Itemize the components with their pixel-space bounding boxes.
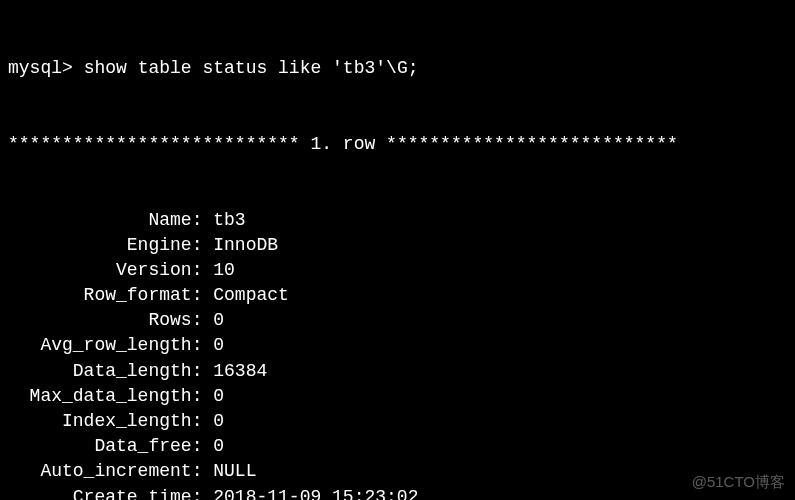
field-value: 0 xyxy=(202,384,224,409)
field-label: Rows xyxy=(8,308,192,333)
fields-list: Name:tb3Engine:InnoDBVersion:10Row_forma… xyxy=(8,208,787,501)
field-row: Avg_row_length:0 xyxy=(8,333,787,358)
field-separator: : xyxy=(192,359,203,384)
prompt-prefix: mysql> xyxy=(8,56,73,81)
field-separator: : xyxy=(192,384,203,409)
field-value: 0 xyxy=(202,434,224,459)
field-label: Create_time xyxy=(8,485,192,500)
field-value: tb3 xyxy=(202,208,245,233)
field-value: 16384 xyxy=(202,359,267,384)
field-label: Max_data_length xyxy=(8,384,192,409)
field-value: NULL xyxy=(202,459,256,484)
field-value: Compact xyxy=(202,283,288,308)
sql-command: show table status like 'tb3'\G; xyxy=(84,56,419,81)
field-label: Auto_increment xyxy=(8,459,192,484)
field-value: InnoDB xyxy=(202,233,278,258)
field-row: Row_format:Compact xyxy=(8,283,787,308)
field-row: Engine:InnoDB xyxy=(8,233,787,258)
terminal-output: mysql> show table status like 'tb3'\G; *… xyxy=(8,6,787,500)
row-header: *************************** 1. row *****… xyxy=(8,132,787,157)
field-label: Avg_row_length xyxy=(8,333,192,358)
field-value: 0 xyxy=(202,409,224,434)
field-label: Data_length xyxy=(8,359,192,384)
watermark: @51CTO博客 xyxy=(692,471,785,492)
field-value: 2018-11-09 15:23:02 xyxy=(202,485,418,500)
field-label: Engine xyxy=(8,233,192,258)
stars-left: *************************** xyxy=(8,134,300,154)
field-row: Rows:0 xyxy=(8,308,787,333)
field-row: Index_length:0 xyxy=(8,409,787,434)
field-row: Name:tb3 xyxy=(8,208,787,233)
field-row: Auto_increment:NULL xyxy=(8,459,787,484)
stars-right: *************************** xyxy=(386,134,678,154)
field-row: Data_length:16384 xyxy=(8,359,787,384)
field-separator: : xyxy=(192,208,203,233)
field-value: 0 xyxy=(202,308,224,333)
field-label: Data_free xyxy=(8,434,192,459)
field-label: Row_format xyxy=(8,283,192,308)
field-label: Index_length xyxy=(8,409,192,434)
field-separator: : xyxy=(192,233,203,258)
field-separator: : xyxy=(192,434,203,459)
field-separator: : xyxy=(192,258,203,283)
field-row: Data_free:0 xyxy=(8,434,787,459)
field-separator: : xyxy=(192,333,203,358)
field-separator: : xyxy=(192,485,203,500)
field-row: Max_data_length:0 xyxy=(8,384,787,409)
row-header-label: 1. row xyxy=(310,134,375,154)
field-value: 0 xyxy=(202,333,224,358)
field-value: 10 xyxy=(202,258,234,283)
field-separator: : xyxy=(192,283,203,308)
prompt-line[interactable]: mysql> show table status like 'tb3'\G; xyxy=(8,56,787,81)
field-row: Create_time:2018-11-09 15:23:02 xyxy=(8,485,787,500)
field-separator: : xyxy=(192,308,203,333)
field-label: Name xyxy=(8,208,192,233)
field-label: Version xyxy=(8,258,192,283)
field-separator: : xyxy=(192,409,203,434)
field-separator: : xyxy=(192,459,203,484)
field-row: Version:10 xyxy=(8,258,787,283)
